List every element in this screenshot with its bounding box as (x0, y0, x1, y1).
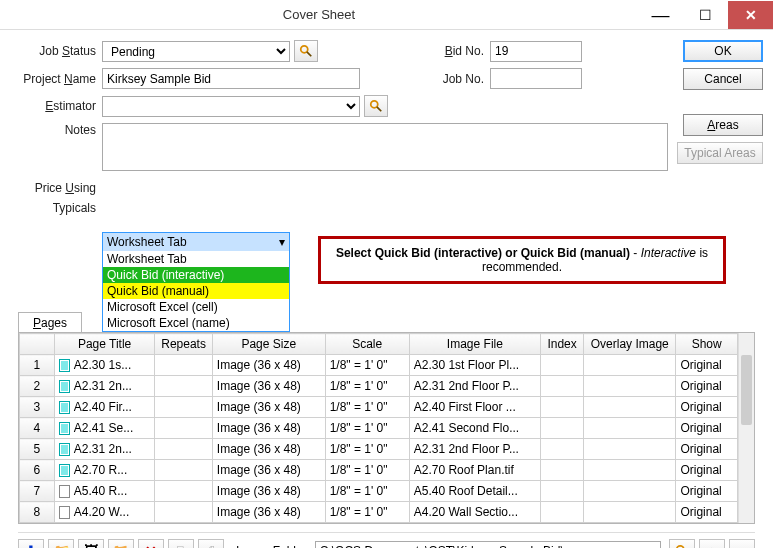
job-status-search-button[interactable] (294, 40, 318, 62)
page-icon (59, 380, 70, 393)
col-header[interactable]: Show (676, 334, 738, 355)
option-worksheet-tab[interactable]: Worksheet Tab (103, 251, 289, 267)
option-excel-name[interactable]: Microsoft Excel (name) (103, 315, 289, 331)
move-up-button[interactable]: ▲ (699, 539, 725, 548)
col-header[interactable] (20, 334, 55, 355)
recommendation-callout: Select Quick Bid (interactive) or Quick … (318, 236, 726, 284)
col-header[interactable]: Page Size (212, 334, 325, 355)
paste-button: ⎙ (198, 539, 224, 548)
svg-point-0 (301, 46, 308, 53)
ok-button[interactable]: OK (683, 40, 763, 62)
table-row[interactable]: 2A2.31 2n...Image (36 x 48)1/8" = 1' 0"A… (20, 376, 738, 397)
label-estimator: Estimator (18, 99, 96, 113)
copy-button: ⎘ (168, 539, 194, 548)
label-price-using: Price Using (18, 181, 96, 195)
option-quick-bid-manual[interactable]: Quick Bid (manual) (103, 283, 289, 299)
notes-textarea[interactable] (102, 123, 668, 171)
table-row[interactable]: 1A2.30 1s...Image (36 x 48)1/8" = 1' 0"A… (20, 355, 738, 376)
close-button[interactable]: ✕ (728, 1, 773, 29)
page-icon (59, 464, 70, 477)
label-job-no: Job No. (428, 72, 484, 86)
svg-line-1 (307, 52, 311, 56)
price-using-dropdown[interactable]: Worksheet Tab▾ Worksheet Tab Quick Bid (… (102, 232, 290, 332)
typical-areas-button: Typical Areas (677, 142, 763, 164)
image-folder-input[interactable] (315, 541, 661, 549)
col-header[interactable]: Image File (409, 334, 540, 355)
table-row[interactable]: 8A4.20 W...Image (36 x 48)1/8" = 1' 0"A4… (20, 502, 738, 523)
browse-folder-button[interactable] (669, 539, 695, 548)
add-folder-button[interactable]: 📁 (48, 539, 74, 548)
svg-line-3 (377, 107, 381, 111)
col-header[interactable]: Overlay Image (584, 334, 676, 355)
delete-button[interactable]: ✕ (138, 539, 164, 548)
table-row[interactable]: 5A2.31 2n...Image (36 x 48)1/8" = 1' 0"A… (20, 439, 738, 460)
table-row[interactable]: 4A2.41 Se...Image (36 x 48)1/8" = 1' 0"A… (20, 418, 738, 439)
window-title: Cover Sheet (0, 7, 638, 22)
estimator-select[interactable] (102, 96, 360, 117)
option-quick-bid-interactive[interactable]: Quick Bid (interactive) (103, 267, 289, 283)
open-folder-button[interactable]: 📂 (108, 539, 134, 548)
page-icon (59, 422, 70, 435)
svg-point-2 (371, 101, 378, 108)
pages-grid[interactable]: Page TitleRepeatsPage SizeScaleImage Fil… (18, 332, 755, 524)
page-icon (59, 401, 70, 414)
option-excel-cell[interactable]: Microsoft Excel (cell) (103, 299, 289, 315)
cancel-button[interactable]: Cancel (683, 68, 763, 90)
job-no-input[interactable] (490, 68, 582, 89)
label-image-folder: Image Folder (236, 544, 307, 548)
page-icon (59, 506, 70, 519)
price-using-selected[interactable]: Worksheet Tab▾ (103, 233, 289, 251)
page-icon (59, 485, 70, 498)
label-typicals: Typicals (18, 201, 96, 215)
tab-pages[interactable]: Pages (18, 312, 82, 333)
page-icon (59, 443, 70, 456)
estimator-search-button[interactable] (364, 95, 388, 117)
label-project-name: Project Name (18, 72, 96, 86)
areas-button[interactable]: Areas (683, 114, 763, 136)
table-row[interactable]: 3A2.40 Fir...Image (36 x 48)1/8" = 1' 0"… (20, 397, 738, 418)
col-header[interactable]: Index (541, 334, 584, 355)
table-row[interactable]: 6A2.70 R...Image (36 x 48)1/8" = 1' 0"A2… (20, 460, 738, 481)
grid-scrollbar[interactable] (738, 333, 754, 523)
label-job-status: Job Status (18, 44, 96, 58)
minimize-button[interactable]: — (638, 1, 683, 29)
col-header[interactable]: Repeats (155, 334, 212, 355)
titlebar: Cover Sheet — ☐ ✕ (0, 0, 773, 30)
project-name-input[interactable] (102, 68, 360, 89)
label-bid-no: Bid No. (428, 44, 484, 58)
page-icon (59, 359, 70, 372)
add-page-button[interactable]: ✚ (18, 539, 44, 548)
move-down-button[interactable]: ▼ (729, 539, 755, 548)
col-header[interactable]: Scale (325, 334, 409, 355)
add-image-button[interactable]: 🖼 (78, 539, 104, 548)
col-header[interactable]: Page Title (54, 334, 155, 355)
maximize-button[interactable]: ☐ (683, 1, 728, 29)
table-row[interactable]: 7A5.40 R...Image (36 x 48)1/8" = 1' 0"A5… (20, 481, 738, 502)
label-notes: Notes (18, 123, 96, 137)
job-status-select[interactable]: Pending (102, 41, 290, 62)
bid-no-input[interactable] (490, 41, 582, 62)
